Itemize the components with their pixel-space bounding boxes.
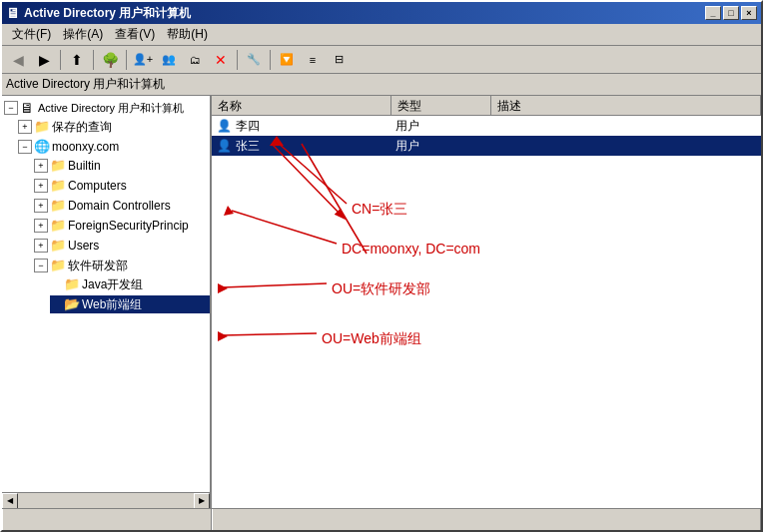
root-label: Active Directory 用户和计算机 <box>38 101 184 116</box>
forward-button[interactable]: ▶ <box>32 49 56 71</box>
users-label: Users <box>68 239 99 253</box>
swdept-label: 软件研发部 <box>68 258 128 274</box>
show-hide-tree-button[interactable]: 🌳 <box>98 49 122 71</box>
list-panel: 名称 类型 描述 👤 李四 用户 👤 张三 用户 <box>212 96 761 508</box>
up-button[interactable]: ⬆ <box>65 49 89 71</box>
domain-icon: 🌐 <box>34 139 50 155</box>
titlebar-title: 🖥 Active Directory 用户和计算机 <box>6 5 191 22</box>
item-name-zhangsan: 张三 <box>236 138 395 155</box>
fsp-label: ForeignSecurityPrincip <box>68 219 189 233</box>
properties-button[interactable]: 🔧 <box>242 49 266 71</box>
col-name[interactable]: 名称 <box>212 96 391 115</box>
col-desc[interactable]: 描述 <box>491 96 761 115</box>
detail-view-button[interactable]: ⊟ <box>327 49 351 71</box>
tree-node-javadev: 📁 Java开发组 <box>34 274 210 294</box>
folder-swdept-icon: 📁 <box>50 258 66 273</box>
expand-builtin[interactable]: + <box>34 159 48 173</box>
address-text: Active Directory 用户和计算机 <box>6 76 165 93</box>
user-icon-zhangsan: 👤 <box>216 138 232 154</box>
folder-builtin-icon: 📁 <box>50 158 66 174</box>
tree-node-row-root[interactable]: − 🖥 Active Directory 用户和计算机 <box>2 99 210 117</box>
menu-view[interactable]: 查看(V) <box>109 24 161 45</box>
menubar: 文件(F) 操作(A) 查看(V) 帮助(H) <box>2 24 761 46</box>
toolbar-separator-1 <box>60 50 61 70</box>
expand-root[interactable]: − <box>4 101 18 115</box>
statusbar <box>2 508 761 530</box>
tree-node-row-domain[interactable]: − 🌐 moonxy.com <box>18 138 210 156</box>
tree-node-root: − 🖥 Active Directory 用户和计算机 + 📁 保存的查询 − <box>2 98 210 317</box>
computers-label: Computers <box>68 179 127 193</box>
expand-domain[interactable]: − <box>18 140 32 154</box>
toolbar-separator-5 <box>270 50 271 70</box>
close-button[interactable]: × <box>741 6 757 20</box>
tree-node-row-users[interactable]: + 📁 Users <box>34 237 210 255</box>
folder-savedqueries-icon: 📁 <box>34 119 50 135</box>
expand-savedqueries[interactable]: + <box>18 120 32 134</box>
list-item-lisi[interactable]: 👤 李四 用户 <box>212 116 761 136</box>
list-items: 👤 李四 用户 👤 张三 用户 <box>212 116 761 508</box>
tree-hscrollbar[interactable]: ◀ ▶ <box>2 492 210 508</box>
folder-computers-icon: 📁 <box>50 178 66 194</box>
tree-node-dc: + 📁 Domain Controllers <box>18 196 210 216</box>
scroll-right-btn[interactable]: ▶ <box>194 493 210 509</box>
builtin-label: Builtin <box>68 159 101 173</box>
tree-node-row-computers[interactable]: + 📁 Computers <box>34 177 210 195</box>
ad-icon: 🖥 <box>20 100 36 116</box>
status-right <box>212 509 761 530</box>
toolbar: ◀ ▶ ⬆ 🌳 👤+ 👥 🗂 ✕ 🔧 🔽 ≡ ⊟ <box>2 46 761 74</box>
filter-button[interactable]: 🔽 <box>275 49 299 71</box>
tree-node-computers: + 📁 Computers <box>18 176 210 196</box>
tree-panel: − 🖥 Active Directory 用户和计算机 + 📁 保存的查询 − <box>2 96 212 508</box>
menu-action[interactable]: 操作(A) <box>57 24 109 45</box>
tree-node-row-builtin[interactable]: + 📁 Builtin <box>34 157 210 175</box>
new-ou-button[interactable]: 🗂 <box>183 49 207 71</box>
folder-webfront-icon: 📂 <box>64 296 80 312</box>
col-type[interactable]: 类型 <box>391 96 491 115</box>
menu-file[interactable]: 文件(F) <box>6 24 57 45</box>
tree-node-row-fsp[interactable]: + 📁 ForeignSecurityPrincip <box>34 217 210 235</box>
main-content: − 🖥 Active Directory 用户和计算机 + 📁 保存的查询 − <box>2 96 761 508</box>
scroll-left-btn[interactable]: ◀ <box>2 493 18 509</box>
domain-label: moonxy.com <box>52 140 119 154</box>
new-user-button[interactable]: 👤+ <box>131 49 155 71</box>
expand-dc[interactable]: + <box>34 199 48 213</box>
toolbar-separator-3 <box>126 50 127 70</box>
item-type-zhangsan: 用户 <box>395 138 495 155</box>
scroll-track <box>18 493 194 508</box>
expand-users[interactable]: + <box>34 239 48 253</box>
tree-node-swdept: − 📁 软件研发部 📁 Java开发组 <box>18 256 210 315</box>
tree-node-fsp: + 📁 ForeignSecurityPrincip <box>18 216 210 236</box>
tree-node-users: + 📁 Users <box>18 236 210 256</box>
maximize-button[interactable]: □ <box>723 6 739 20</box>
webfront-label: Web前端组 <box>82 296 142 313</box>
toolbar-separator-2 <box>93 50 94 70</box>
folder-javadev-icon: 📁 <box>64 276 80 292</box>
main-window: 🖥 Active Directory 用户和计算机 _ □ × 文件(F) 操作… <box>0 0 763 532</box>
folder-fsp-icon: 📁 <box>50 218 66 234</box>
delete-button[interactable]: ✕ <box>209 49 233 71</box>
user-icon-lisi: 👤 <box>216 118 232 134</box>
tree-node-savedqueries: + 📁 保存的查询 <box>2 117 210 137</box>
expand-fsp[interactable]: + <box>34 219 48 233</box>
new-group-button[interactable]: 👥 <box>157 49 181 71</box>
list-item-zhangsan[interactable]: 👤 张三 用户 <box>212 136 761 156</box>
titlebar: 🖥 Active Directory 用户和计算机 _ □ × <box>2 2 761 24</box>
expand-swdept[interactable]: − <box>34 259 48 272</box>
back-button[interactable]: ◀ <box>6 49 30 71</box>
javadev-label: Java开发组 <box>82 276 143 293</box>
tree-node-row-webfront[interactable]: 📂 Web前端组 <box>50 295 210 313</box>
status-left <box>2 509 212 530</box>
list-header: 名称 类型 描述 <box>212 96 761 116</box>
folder-users-icon: 📁 <box>50 238 66 254</box>
list-view-button[interactable]: ≡ <box>301 49 325 71</box>
minimize-button[interactable]: _ <box>705 6 721 20</box>
tree-node-row-javadev[interactable]: 📁 Java开发组 <box>50 275 210 293</box>
tree-node-row-swdept[interactable]: − 📁 软件研发部 <box>34 257 210 274</box>
item-type-lisi: 用户 <box>395 118 495 135</box>
savedqueries-label: 保存的查询 <box>52 119 112 136</box>
menu-help[interactable]: 帮助(H) <box>161 24 214 45</box>
item-name-lisi: 李四 <box>236 118 395 135</box>
expand-computers[interactable]: + <box>34 179 48 193</box>
tree-node-row-savedqueries[interactable]: + 📁 保存的查询 <box>18 118 210 136</box>
tree-node-row-dc[interactable]: + 📁 Domain Controllers <box>34 197 210 215</box>
